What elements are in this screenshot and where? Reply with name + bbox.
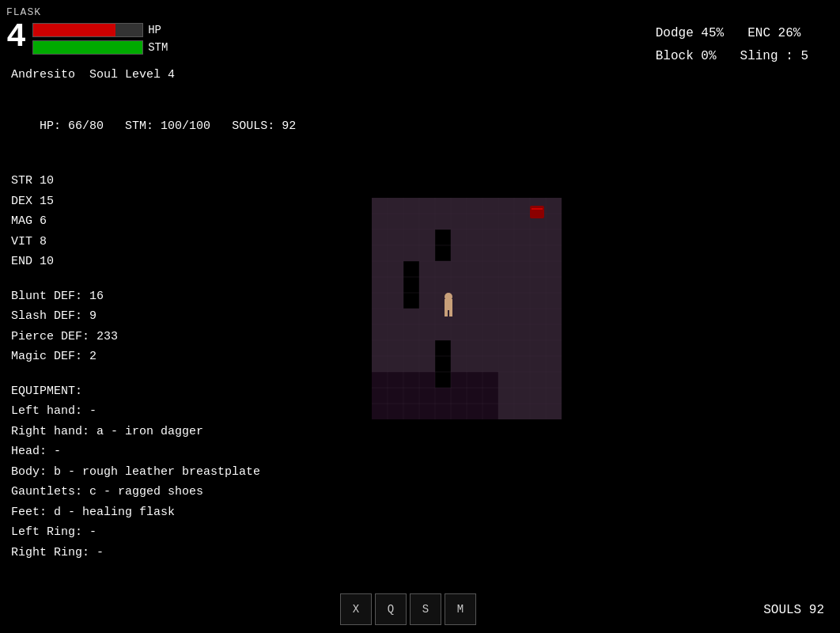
- left-hand: Left hand: -: [11, 401, 376, 422]
- hotbar-slot-x[interactable]: X: [340, 593, 372, 625]
- equipment-section: EQUIPMENT: Left hand: - Right hand: a - …: [11, 381, 376, 563]
- hotbar-slot-q[interactable]: Q: [375, 593, 407, 625]
- str-stat: STR 10: [11, 171, 376, 191]
- equipment-label: EQUIPMENT:: [11, 381, 376, 402]
- block-stat: Block 0%: [656, 45, 717, 68]
- left-ring: Left Ring: -: [11, 522, 376, 543]
- soul-level-label: Soul Level: [89, 68, 161, 81]
- char-title: Andresito Soul Level 4: [11, 65, 376, 85]
- body-equip: Body: b - rough leather breastplate: [11, 462, 376, 483]
- vit-stat: VIT 8: [11, 232, 376, 252]
- svg-rect-39: [445, 299, 452, 310]
- hotbar: X Q S M: [340, 593, 476, 625]
- slash-def: Slash DEF: 9: [11, 306, 376, 327]
- sling-stat: Sling : 5: [740, 45, 808, 68]
- game-map: [372, 198, 562, 419]
- soul-level-value: 4: [168, 68, 175, 81]
- magic-def: Magic DEF: 2: [11, 347, 376, 367]
- flask-count: 4: [6, 21, 26, 54]
- blunt-def: Blunt DEF: 16: [11, 286, 376, 307]
- svg-point-40: [445, 293, 452, 301]
- end-stat: END 10: [11, 252, 376, 272]
- dodge-stat: Dodge 45%: [656, 22, 724, 45]
- hp-bar-fill: [33, 24, 115, 36]
- hotbar-slot-s[interactable]: S: [410, 593, 441, 625]
- defense-stats: Blunt DEF: 16 Slash DEF: 9 Pierce DEF: 2…: [11, 286, 376, 367]
- char-name: Andresito: [11, 68, 75, 81]
- flask-label: FLASK: [6, 6, 168, 18]
- mag-stat: MAG 6: [11, 211, 376, 232]
- hp-label: HP: [148, 24, 161, 36]
- enc-stat: ENC 26%: [747, 22, 800, 45]
- right-ring: Right Ring: -: [11, 543, 376, 563]
- svg-rect-42: [449, 310, 452, 316]
- gauntlets-equip: Gauntlets: c - ragged shoes: [11, 482, 376, 502]
- hp-bar: [32, 23, 143, 37]
- svg-rect-12: [435, 340, 451, 388]
- svg-rect-38: [532, 208, 543, 210]
- pierce-def: Pierce DEF: 233: [11, 327, 376, 347]
- svg-rect-37: [530, 206, 544, 218]
- head-equip: Head: -: [11, 442, 376, 462]
- dex-stat: DEX 15: [11, 191, 376, 212]
- right-hand: Right hand: a - iron dagger: [11, 422, 376, 442]
- feet-equip: Feet: d - healing flask: [11, 502, 376, 523]
- primary-stats: STR 10 DEX 15 MAG 6 VIT 8 END 10: [11, 171, 376, 272]
- svg-rect-11: [403, 261, 419, 309]
- map-svg: [372, 198, 562, 419]
- stm-label: STM: [148, 41, 168, 54]
- bottom-souls: SOULS 92: [763, 603, 824, 617]
- hotbar-slot-m[interactable]: M: [445, 593, 476, 625]
- svg-rect-41: [445, 310, 448, 316]
- svg-rect-5: [419, 261, 562, 309]
- hp-stat: HP: 66/80 STM: 100/100 SOULS: 92: [11, 97, 376, 157]
- stm-bar-fill: [33, 41, 142, 54]
- right-hud: Dodge 45% ENC 26% Block 0% Sling : 5: [656, 22, 808, 68]
- stats-panel: Andresito Soul Level 4 HP: 66/80 STM: 10…: [0, 57, 388, 570]
- stm-bar: [32, 40, 143, 55]
